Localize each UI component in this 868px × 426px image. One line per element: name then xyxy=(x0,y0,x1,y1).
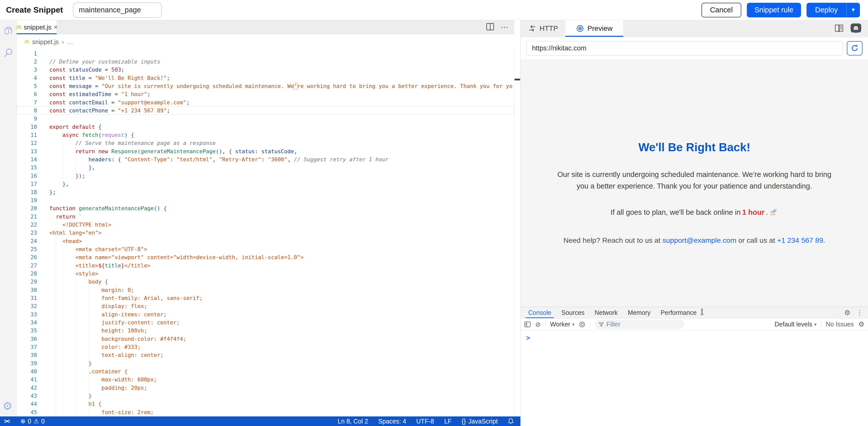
tab-preview[interactable]: Preview xyxy=(565,20,623,37)
search-icon[interactable] xyxy=(3,47,13,58)
code-line[interactable]: 45 font-size: 2rem; xyxy=(17,408,514,416)
code-line[interactable]: 24 <head> xyxy=(17,237,514,245)
cancel-button[interactable]: Cancel xyxy=(702,3,741,18)
editor-more-actions-icon[interactable]: ⋯ xyxy=(501,23,508,31)
code-line[interactable]: 28 <style> xyxy=(17,269,514,278)
close-tab-icon[interactable]: × xyxy=(54,24,58,31)
support-email-link[interactable]: support@example.com xyxy=(662,236,736,244)
devtools-settings-gear-icon[interactable]: ⚙ xyxy=(844,309,850,317)
context-selector[interactable]: Worker▾ xyxy=(550,321,575,328)
code-editor[interactable]: 12// Define your customizable inputs3con… xyxy=(17,49,514,417)
code-line[interactable]: 12 // Serve the maintenance page as a re… xyxy=(17,139,514,147)
language-mode[interactable]: {} JavaScript xyxy=(462,418,498,425)
line-number: 5 xyxy=(17,83,37,89)
code-line[interactable]: 11 async fetch(request) { xyxy=(17,131,514,139)
console-filter[interactable] xyxy=(595,320,684,329)
code-line[interactable]: 34 justify-content: center; xyxy=(17,318,514,326)
remote-indicator-icon[interactable]: >< xyxy=(4,418,9,425)
code-line[interactable]: 18}; xyxy=(17,188,514,196)
code-line[interactable]: 6const estimatedTime = "1 hour"; xyxy=(17,90,514,98)
overview-ruler[interactable] xyxy=(514,49,520,417)
code-line[interactable]: 27 <title>${title}</title> xyxy=(17,261,514,269)
devtools-kebab-menu-icon[interactable]: ⋮ xyxy=(857,309,863,316)
clear-console-icon[interactable]: ⊘ xyxy=(535,321,541,328)
code-line[interactable]: 30 margin: 0; xyxy=(17,286,514,294)
code-line[interactable]: 4const title = "We'll Be Right Back!"; xyxy=(17,74,514,82)
preview-url-input[interactable] xyxy=(526,41,843,55)
problems-indicator[interactable]: ⊗ 0 ⚠ 0 xyxy=(21,418,44,425)
filter-input[interactable] xyxy=(606,321,680,328)
console-tab-memory[interactable]: Memory xyxy=(623,307,655,318)
activity-bar: ⚙ xyxy=(0,20,17,417)
code-line[interactable]: 9 xyxy=(17,115,514,123)
console-prompt[interactable]: > xyxy=(526,334,530,342)
code-line[interactable]: 31 font-family: Arial, sans-serif; xyxy=(17,294,514,302)
statusbar-item[interactable]: UTF-8 xyxy=(416,418,434,425)
snippet-name-input[interactable] xyxy=(73,2,162,18)
code-line[interactable]: 7const contactEmail = "support@example.c… xyxy=(17,98,514,106)
code-line[interactable]: 21 return ` xyxy=(17,212,514,221)
deploy-dropdown-caret-icon[interactable]: ▼ xyxy=(846,3,860,18)
code-line[interactable]: 5const message = "Our site is currently … xyxy=(17,82,514,90)
breadcrumb[interactable]: JS snippet.js › … xyxy=(17,34,514,49)
code-line[interactable]: 44 h1 { xyxy=(17,400,514,408)
code-line[interactable]: 40 .container { xyxy=(17,367,514,375)
notifications-bell-icon[interactable] xyxy=(508,418,514,425)
console-tab-performance[interactable]: Performance xyxy=(655,307,710,318)
code-line[interactable]: 17 }, xyxy=(17,180,514,188)
code-line[interactable]: 26 <meta name="viewport" content="width=… xyxy=(17,253,514,261)
phone-link[interactable]: +1 234 567 89 xyxy=(777,236,823,244)
code-line[interactable]: 35 height: 100vh; xyxy=(17,327,514,335)
code-line[interactable]: 41 max-width: 600px; xyxy=(17,376,514,384)
code-line[interactable]: 2// Define your customizable inputs xyxy=(17,57,514,65)
discord-icon[interactable] xyxy=(850,23,862,34)
console-tab-network[interactable]: Network xyxy=(589,307,623,318)
code-line[interactable]: 14 headers: { "Content-Type": "text/html… xyxy=(17,155,514,163)
code-line[interactable]: 16 }); xyxy=(17,172,514,180)
code-line[interactable]: 19 xyxy=(17,196,514,204)
code-line[interactable]: 37 color: #333; xyxy=(17,343,514,351)
console-sidebar-toggle-icon[interactable] xyxy=(524,321,531,328)
no-issues-label[interactable]: No Issues xyxy=(826,321,854,328)
code-line[interactable]: 39 } xyxy=(17,359,514,367)
code-line[interactable]: 38 text-align: center; xyxy=(17,351,514,359)
code-line[interactable]: 13 return new Response(generateMaintenan… xyxy=(17,147,514,155)
code-line[interactable]: 15 }, xyxy=(17,164,514,172)
preview-url-row xyxy=(521,37,868,59)
code-line[interactable]: 43 } xyxy=(17,392,514,400)
code-line[interactable]: 23<html lang="en"> xyxy=(17,229,514,237)
code-line[interactable]: 36 background-color: #f4f4f4; xyxy=(17,335,514,343)
default-levels-dropdown[interactable]: Default levels▾ xyxy=(775,321,817,328)
statusbar-item[interactable]: LF xyxy=(444,418,452,425)
console-output[interactable]: > xyxy=(521,331,868,426)
code-line[interactable]: 42 padding: 20px; xyxy=(17,384,514,392)
console-tab-console[interactable]: Console xyxy=(523,307,556,318)
settings-gear-icon[interactable]: ⚙ xyxy=(2,400,12,413)
code-line[interactable]: 8const contactPhone = "+1 234 567 89"; xyxy=(17,106,514,114)
statusbar-item[interactable]: Ln 8, Col 2 xyxy=(338,418,368,425)
line-number: 39 xyxy=(17,360,37,367)
tab-http[interactable]: HTTP xyxy=(521,20,565,37)
files-icon[interactable] xyxy=(3,26,13,36)
live-expression-eye-icon[interactable] xyxy=(579,321,585,328)
code-line[interactable]: 3const statusCode = 503; xyxy=(17,66,514,74)
code-line[interactable]: 29 body { xyxy=(17,278,514,286)
code-line[interactable]: 33 align-items: center; xyxy=(17,310,514,318)
breadcrumb-more[interactable]: … xyxy=(67,38,73,46)
deploy-button[interactable]: Deploy xyxy=(807,3,846,18)
tab-snippet-js[interactable]: JS snippet.js × xyxy=(17,20,57,34)
code-line[interactable]: 22 <!DOCTYPE html> xyxy=(17,221,514,229)
refresh-button[interactable] xyxy=(847,41,863,55)
console-settings-gear-icon[interactable]: ⚙ xyxy=(859,320,865,328)
code-line[interactable]: 32 display: flex; xyxy=(17,302,514,310)
snippet-rule-button[interactable]: Snippet rule xyxy=(747,3,801,18)
statusbar-item[interactable]: Spaces: 4 xyxy=(378,418,406,425)
split-editor-icon[interactable] xyxy=(486,23,494,31)
console-tab-sources[interactable]: Sources xyxy=(556,307,590,318)
code-line[interactable]: 1 xyxy=(17,49,514,57)
code-line[interactable]: 20function generateMaintenancePage() { xyxy=(17,204,514,212)
breadcrumb-file[interactable]: snippet.js xyxy=(32,38,59,46)
docs-book-icon[interactable] xyxy=(834,24,844,33)
code-line[interactable]: 25 <meta charset="UTF-8"> xyxy=(17,245,514,253)
code-line[interactable]: 10export default { xyxy=(17,123,514,131)
